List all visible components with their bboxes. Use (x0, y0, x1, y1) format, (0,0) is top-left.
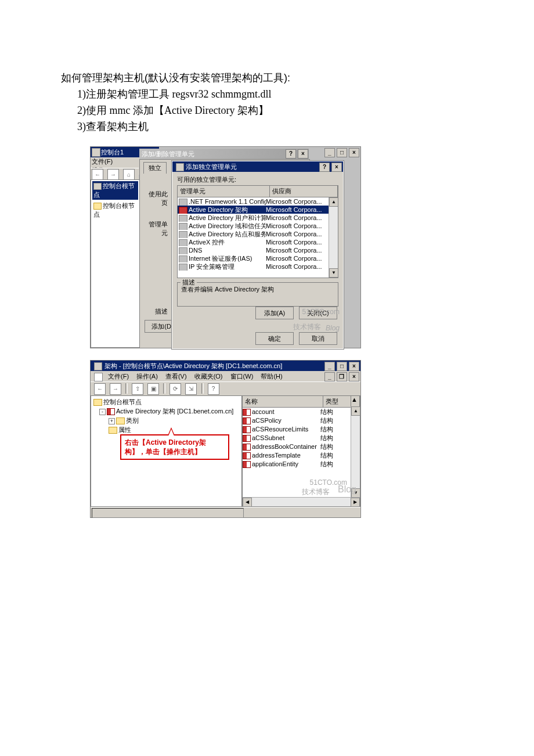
folder-icon (109, 427, 117, 434)
list-item[interactable]: account结构 (243, 408, 360, 416)
menu-help[interactable]: 帮助(H) (261, 373, 282, 380)
add-snapin-title: 添加独立管理单元 (172, 161, 343, 172)
menu-file[interactable]: 文件(F) (108, 373, 129, 380)
scroll-up-icon[interactable]: ▲ (351, 396, 360, 407)
back-icon[interactable]: ← (94, 383, 106, 395)
col-name[interactable]: 管理单元 (178, 186, 270, 197)
up-icon[interactable]: ⇧ (132, 383, 143, 395)
folder-icon (93, 399, 102, 406)
list-item[interactable]: applicationEntity结构 (243, 460, 360, 469)
refresh-icon[interactable]: ⟳ (169, 383, 181, 395)
list-item[interactable]: Active Directory 站点和服务Microsoft Corpora.… (178, 230, 338, 238)
snapin-icon (179, 215, 187, 222)
tree-schema-node[interactable]: -Active Directory 架构 [DC1.benet.com.cn] (92, 406, 240, 416)
menu-file[interactable]: 文件(F) (92, 157, 113, 166)
tree-root[interactable]: 控制台根节点 (92, 397, 240, 406)
snapin-icon (179, 264, 187, 271)
class-icon (243, 461, 251, 468)
close-button[interactable]: × (349, 362, 359, 371)
intro-step-1: 1)注册架构管理工具 regsvr32 schmmgmt.dll (61, 86, 534, 102)
list-item-selected[interactable]: Active Directory 架构Microsoft Corpora... (178, 206, 338, 214)
list-item[interactable]: DNSMicrosoft Corpora... (178, 246, 338, 254)
tree-attributes[interactable]: 属性 (92, 425, 240, 434)
collapse-icon[interactable]: - (99, 409, 106, 415)
class-icon (243, 417, 251, 424)
max-button[interactable]: □ (337, 362, 347, 371)
close-button[interactable]: × (349, 148, 359, 157)
expand-icon[interactable]: + (109, 418, 115, 424)
list-item[interactable]: .NET Framework 1.1 Configu...Microsoft C… (178, 197, 338, 206)
description-text: 查看并编辑 Active Directory 架构 (177, 282, 338, 307)
tab-standalone[interactable]: 独立 (143, 162, 167, 174)
class-icon (243, 444, 251, 451)
tree-root[interactable]: 控制台根节点 (92, 201, 138, 219)
mmc-tree: 控制台根节点 控制台根节点 (91, 179, 140, 348)
menu-fav[interactable]: 收藏夹(O) (194, 373, 223, 380)
fwd-icon[interactable]: → (110, 383, 121, 395)
status-cell (92, 508, 244, 518)
horizontal-scrollbar[interactable] (243, 497, 360, 506)
col-vendor[interactable]: 供应商 (270, 186, 338, 197)
list-item[interactable]: addressTemplate结构 (243, 451, 360, 460)
menu-window[interactable]: 窗口(W) (230, 373, 254, 380)
schema-window: 架构 - [控制台根节点\Active Directory 架构 [DC1.be… (90, 360, 361, 518)
intro-title: 如何管理架构主机(默认没有安装管理架构的工具): (61, 70, 534, 86)
snapin-icon (179, 247, 187, 254)
snapin-list[interactable]: .NET Framework 1.1 Configu...Microsoft C… (177, 197, 338, 278)
help-button[interactable]: ? (286, 149, 296, 159)
ok-button[interactable]: 确定 (255, 332, 294, 345)
fwd-icon[interactable]: → (107, 169, 119, 181)
close-button[interactable]: × (298, 149, 308, 159)
cancel-button[interactable]: 取消 (299, 332, 337, 345)
description-group: 描述 查看并编辑 Active Directory 架构 (177, 282, 338, 307)
menu-action[interactable]: 操作(A) (136, 373, 158, 380)
label-snapin: 管理单元 (143, 220, 168, 237)
list-item[interactable]: Active Directory 域和信任关系Microsoft Corpora… (178, 222, 338, 230)
list-item[interactable]: aCSSubnet结构 (243, 434, 360, 442)
close-button[interactable]: × (331, 163, 342, 172)
export-icon[interactable]: ⇲ (185, 383, 197, 395)
tree-root-selected[interactable]: 控制台根节点 (92, 181, 138, 200)
snapin-icon (179, 207, 187, 214)
list-item[interactable]: aCSResourceLimits结构 (243, 425, 360, 434)
snapin-icon (179, 231, 187, 238)
tree-classes[interactable]: +类别 (92, 416, 240, 425)
help-icon[interactable]: ? (208, 383, 219, 395)
min-button[interactable]: _ (324, 362, 335, 371)
list-item[interactable]: ActiveX 控件Microsoft Corpora... (178, 238, 338, 246)
back-icon[interactable]: ← (92, 169, 103, 181)
dialog-buttons-row2: 确定 取消 (252, 332, 337, 345)
class-icon (243, 409, 251, 416)
schema-tree: 控制台根节点 -Active Directory 架构 [DC1.benet.c… (91, 395, 242, 507)
child-restore-button[interactable]: ❐ (337, 372, 347, 381)
list-icon[interactable]: ▣ (147, 383, 159, 395)
snapin-icon (179, 255, 187, 262)
schema-toolbar: ← → ⇧ ▣ ⟳ ⇲ ? (91, 381, 360, 396)
list-item[interactable]: aCSPolicy结构 (243, 416, 360, 425)
status-bar (91, 507, 360, 517)
snapin-icon (179, 239, 187, 246)
schema-menubar: 文件(F) 操作(A) 查看(V) 收藏夹(O) 窗口(W) 帮助(H) (91, 371, 360, 381)
watermark: Blog (338, 484, 356, 495)
up-icon[interactable]: ⌂ (123, 169, 135, 181)
schema-list: 名称 类型 ▲ account结构 aCSPolicy结构 aCSResourc… (242, 395, 360, 507)
label-use-this-page: 使用此页 (143, 190, 168, 207)
menu-view[interactable]: 查看(V) (165, 373, 187, 380)
watermark: 51CTO.com (302, 308, 340, 316)
list-item[interactable]: IP 安全策略管理Microsoft Corpora... (178, 262, 338, 271)
intro-step-3: 3)查看架构主机 (61, 118, 534, 135)
min-button[interactable]: _ (324, 148, 335, 157)
list-item[interactable]: addressBookContainer结构 (243, 442, 360, 451)
list-item[interactable]: Internet 验证服务(IAS)Microsoft Corpora... (178, 254, 338, 262)
max-button[interactable]: □ (337, 148, 347, 157)
list-item[interactable]: Active Directory 用户和计算机Microsoft Corpora… (178, 214, 338, 222)
help-button[interactable]: ? (319, 163, 330, 172)
label-description: 描述 (143, 307, 168, 316)
child-close-button[interactable]: × (349, 372, 359, 381)
col-name[interactable]: 名称 (243, 396, 323, 407)
intro-step-2: 2)使用 mmc 添加【Active Directory 架构】 (61, 102, 534, 118)
col-type[interactable]: 类型 (323, 396, 351, 407)
vertical-scrollbar[interactable] (329, 197, 338, 278)
add-button[interactable]: 添加(A) (255, 307, 294, 319)
child-min-button[interactable]: _ (324, 372, 335, 381)
